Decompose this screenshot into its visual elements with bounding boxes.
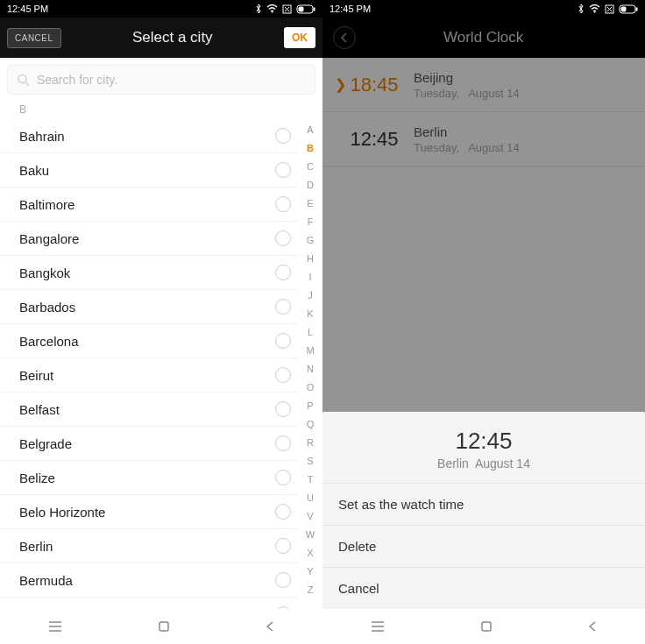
alpha-letter[interactable]: E bbox=[307, 195, 313, 213]
city-name: Barbados bbox=[19, 300, 75, 315]
nosim-icon bbox=[282, 4, 292, 14]
city-row[interactable]: Belo Horizonte bbox=[0, 495, 298, 529]
battery-icon bbox=[619, 4, 638, 14]
sheet-subtitle: Berlin August 14 bbox=[322, 456, 645, 471]
clock-info: BerlinTuesday, August 14 bbox=[414, 124, 520, 154]
radio-unchecked[interactable] bbox=[275, 367, 291, 383]
city-row[interactable]: Baku bbox=[0, 153, 298, 188]
city-name: Baku bbox=[19, 163, 49, 178]
city-row[interactable]: Bangalore bbox=[0, 222, 298, 256]
alpha-letter[interactable]: D bbox=[307, 176, 314, 195]
alpha-letter[interactable]: B bbox=[307, 139, 314, 158]
sheet-action[interactable]: Set as the watch time bbox=[322, 483, 645, 525]
world-clock-row[interactable]: 12:45BerlinTuesday, August 14 bbox=[322, 112, 645, 166]
city-row[interactable]: Belize bbox=[0, 461, 298, 495]
nav-bar bbox=[322, 609, 645, 644]
radio-unchecked[interactable] bbox=[275, 504, 291, 520]
radio-unchecked[interactable] bbox=[275, 162, 291, 178]
alpha-letter[interactable]: I bbox=[308, 268, 311, 287]
alpha-letter[interactable]: O bbox=[307, 379, 315, 397]
radio-unchecked[interactable] bbox=[275, 299, 291, 315]
radio-unchecked[interactable] bbox=[275, 230, 291, 246]
city-row[interactable]: Berlin bbox=[0, 529, 298, 563]
alpha-letter[interactable]: L bbox=[308, 323, 313, 342]
back-button[interactable] bbox=[333, 26, 356, 49]
back-icon[interactable] bbox=[587, 620, 598, 633]
sheet-city: Berlin bbox=[437, 456, 469, 471]
clock-rows: ❯18:45BeijingTuesday, August 1412:45Berl… bbox=[322, 58, 645, 166]
city-list[interactable]: BahrainBakuBaltimoreBangaloreBangkokBarb… bbox=[0, 119, 298, 609]
menu-icon[interactable] bbox=[370, 620, 386, 633]
world-clock-row[interactable]: ❯18:45BeijingTuesday, August 14 bbox=[322, 58, 645, 112]
alpha-letter[interactable]: C bbox=[307, 158, 314, 176]
alpha-letter[interactable]: G bbox=[307, 231, 315, 250]
radio-unchecked[interactable] bbox=[275, 572, 291, 588]
alpha-letter[interactable]: J bbox=[308, 287, 313, 305]
city-row[interactable]: Barcelona bbox=[0, 324, 298, 358]
search-box[interactable] bbox=[7, 65, 315, 95]
radio-unchecked[interactable] bbox=[275, 265, 291, 280]
alpha-letter[interactable]: K bbox=[307, 305, 313, 323]
alpha-letter[interactable]: F bbox=[308, 213, 314, 231]
alpha-letter[interactable]: A bbox=[307, 121, 313, 139]
cancel-button[interactable]: CANCEL bbox=[7, 28, 61, 48]
alpha-letter[interactable]: U bbox=[307, 489, 314, 507]
alpha-letter[interactable]: Z bbox=[308, 581, 314, 599]
alpha-letter[interactable]: P bbox=[307, 397, 313, 415]
city-row[interactable]: Belfast bbox=[0, 393, 298, 427]
alpha-letter[interactable]: Y bbox=[307, 563, 313, 581]
city-name: Bangalore bbox=[19, 231, 79, 246]
back-icon[interactable] bbox=[265, 620, 275, 633]
alpha-letter[interactable]: N bbox=[307, 360, 314, 379]
alpha-letter[interactable]: T bbox=[308, 471, 314, 489]
alpha-letter[interactable]: X bbox=[307, 544, 313, 563]
home-icon[interactable] bbox=[479, 619, 493, 633]
battery-icon bbox=[296, 4, 315, 14]
ok-button[interactable]: OK bbox=[284, 27, 315, 48]
radio-unchecked[interactable] bbox=[275, 333, 291, 349]
search-icon bbox=[17, 73, 30, 87]
phone-left: 12:45 PM CANCEL Select a city OK B Bahra… bbox=[0, 0, 322, 644]
city-row[interactable]: Beulah bbox=[0, 598, 298, 609]
city-name: Bahrain bbox=[19, 129, 65, 144]
alpha-letter[interactable]: H bbox=[307, 250, 314, 268]
menu-icon[interactable] bbox=[47, 620, 63, 633]
sheet-action[interactable]: Cancel bbox=[322, 567, 645, 609]
sheet-date: August 14 bbox=[475, 456, 530, 471]
alpha-letter[interactable]: V bbox=[307, 507, 313, 526]
radio-unchecked[interactable] bbox=[275, 196, 291, 212]
city-row[interactable]: Barbados bbox=[0, 290, 298, 324]
clock-info: BeijingTuesday, August 14 bbox=[414, 70, 520, 100]
home-icon[interactable] bbox=[157, 619, 171, 633]
list-area: BahrainBakuBaltimoreBangaloreBangkokBarb… bbox=[0, 119, 322, 609]
radio-unchecked[interactable] bbox=[275, 538, 291, 554]
search-input[interactable] bbox=[37, 73, 306, 87]
radio-unchecked[interactable] bbox=[275, 128, 291, 144]
radio-unchecked[interactable] bbox=[275, 606, 291, 609]
alpha-letter[interactable]: W bbox=[306, 526, 315, 544]
svg-point-0 bbox=[272, 11, 273, 13]
city-name: Beirut bbox=[19, 368, 53, 383]
city-row[interactable]: Baltimore bbox=[0, 188, 298, 222]
alpha-letter[interactable]: M bbox=[306, 342, 314, 360]
city-name: Belfast bbox=[19, 402, 60, 417]
city-row[interactable]: Bermuda bbox=[0, 563, 298, 598]
chevron-right-icon: ❯ bbox=[335, 76, 345, 93]
alpha-letter[interactable]: Q bbox=[307, 415, 315, 434]
city-row[interactable]: Beirut bbox=[0, 358, 298, 393]
city-row[interactable]: Bangkok bbox=[0, 256, 298, 290]
city-row[interactable]: Belgrade bbox=[0, 427, 298, 461]
alpha-letter[interactable]: S bbox=[307, 452, 313, 471]
chevron-left-icon bbox=[340, 32, 349, 43]
radio-unchecked[interactable] bbox=[275, 470, 291, 485]
radio-unchecked[interactable] bbox=[275, 435, 291, 451]
clock-city: Berlin bbox=[414, 124, 520, 139]
alphabet-index[interactable]: ABCDEFGHIJKLMNOPQRSTUVWXYZ bbox=[301, 119, 319, 609]
sheet-action[interactable]: Delete bbox=[322, 525, 645, 567]
radio-unchecked[interactable] bbox=[275, 401, 291, 417]
alpha-letter[interactable]: R bbox=[307, 434, 314, 452]
wifi-icon bbox=[589, 4, 600, 13]
nav-bar bbox=[0, 609, 322, 644]
city-row[interactable]: Bahrain bbox=[0, 119, 298, 153]
page-title: World Clock bbox=[443, 29, 523, 46]
